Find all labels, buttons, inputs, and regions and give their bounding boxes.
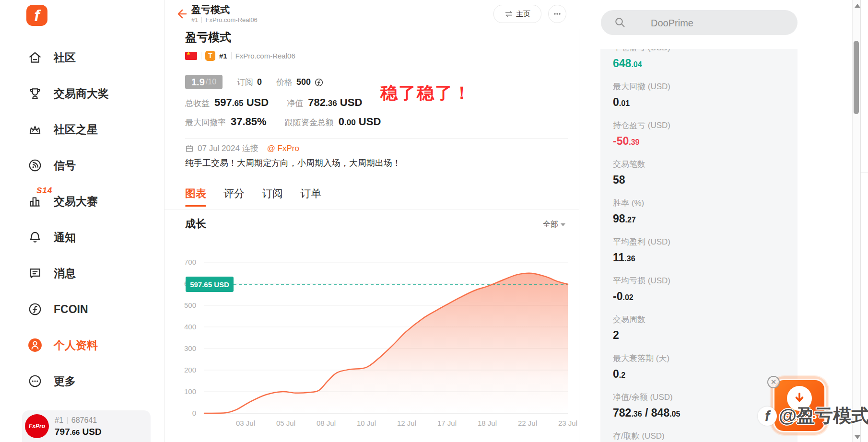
divider <box>860 173 868 173</box>
sidebar-item-label: 社区 <box>54 50 76 65</box>
sidebar-item-label: 交易大赛 <box>54 194 98 209</box>
more-options-button[interactable] <box>548 5 566 23</box>
tab-bar: 图表 评分 订阅 订单 <box>185 186 321 201</box>
close-icon[interactable]: ✕ <box>767 376 780 388</box>
profile-rank: #1 <box>219 52 227 60</box>
stat-label: 平均盈利 (USD) <box>613 237 785 247</box>
back-button[interactable] <box>174 7 188 21</box>
scrollbar-down-arrow[interactable] <box>855 435 860 439</box>
watermark-handle: @盈亏模式 <box>779 404 868 428</box>
stat-label: 交易周数 <box>613 315 785 325</box>
sidebar-item-signals[interactable]: 信号 <box>0 157 164 174</box>
main-panel: 盈亏模式 #1 FxPro.com-Real06 主页 盈亏模式 ★ T #1 … <box>164 0 579 442</box>
watermark: f @盈亏模式 <box>758 404 868 428</box>
sidebar-item-community-stars[interactable]: 社区之星 <box>0 121 164 138</box>
tab-rating[interactable]: 评分 <box>223 186 245 201</box>
divider <box>201 17 202 23</box>
stat-value: 2 <box>613 327 785 344</box>
user-rank: #1 <box>55 416 63 425</box>
tab-orders[interactable]: 订单 <box>300 186 321 201</box>
stat-label: 平仓盈亏 (USD) <box>613 49 785 53</box>
stat-row: 交易笔数 58 <box>613 160 785 189</box>
svg-text:08 Jul: 08 Jul <box>317 419 336 427</box>
sidebar-item-trading-contest[interactable]: 交易大赛 <box>0 193 164 209</box>
profile-bio: 纯手工交易！大周期定方向，小周期入场，大周期出场！ <box>185 157 401 169</box>
svg-text:03 Jul: 03 Jul <box>236 419 255 427</box>
total-profit-value: 597.65 USD <box>214 96 269 109</box>
user-rank-id: #1 687641 <box>55 416 97 425</box>
svg-text:400: 400 <box>184 323 196 331</box>
growth-area-chart[interactable]: 700600500400300200100003 Jul05 Jul08 Jul… <box>164 240 580 442</box>
tab-subscription[interactable]: 订阅 <box>262 186 283 201</box>
sidebar: f 社区 交易商大奖 社区之星 信号 <box>0 0 164 442</box>
current-user-card[interactable]: FxPro #1 687641 797.66 USD <box>22 410 151 442</box>
growth-section-title: 成长 <box>185 217 206 231</box>
stat-label: 最大衰落期 (天) <box>613 354 785 363</box>
search-box[interactable] <box>601 10 798 35</box>
svg-text:200: 200 <box>184 366 196 374</box>
divider <box>164 209 580 209</box>
tab-chart[interactable]: 图表 <box>185 186 206 201</box>
divider <box>201 52 201 59</box>
stat-row: 持仓盈亏 (USD) -50.39 <box>613 121 785 150</box>
stat-row: 最大衰落期 (天) 0.2 <box>613 354 785 383</box>
sidebar-item-broker-awards[interactable]: 交易商大奖 <box>0 85 164 102</box>
sidebar-item-profile[interactable]: 个人资料 <box>0 337 164 353</box>
trophy-icon <box>28 86 42 101</box>
follow-funds-label: 跟随资金总额 <box>285 117 334 128</box>
sidebar-item-notifications[interactable]: 通知 <box>0 229 164 245</box>
profile-name: 盈亏模式 <box>185 30 231 45</box>
drawdown-follow-row: 最大回撤率 37.85% 跟随资金总额 0.00 USD <box>185 116 381 128</box>
sidebar-item-community[interactable]: 社区 <box>0 49 164 66</box>
signal-icon <box>28 158 42 173</box>
header-subtitle: #1 FxPro.com-Real06 <box>191 16 258 23</box>
sidebar-item-more[interactable]: 更多 <box>0 373 164 389</box>
score-badge: 1.9/10 <box>185 75 223 89</box>
fcoin-icon <box>28 302 42 316</box>
more-icon <box>28 374 42 388</box>
active-tab-underline <box>185 205 206 207</box>
message-icon <box>28 266 42 280</box>
stat-label: 持仓盈亏 (USD) <box>613 121 785 130</box>
search-icon <box>614 17 626 28</box>
profile-icon <box>28 338 42 352</box>
go-home-button[interactable]: 主页 <box>493 5 541 23</box>
window-edge-strip <box>860 0 868 442</box>
scrollbar-thumb[interactable] <box>854 41 859 114</box>
sidebar-item-fcoin[interactable]: FCOIN <box>0 301 164 317</box>
search-input[interactable] <box>650 10 786 36</box>
equity-value: 782.36 USD <box>308 96 362 109</box>
sidebar-item-messages[interactable]: 消息 <box>0 265 164 281</box>
svg-text:17 Jul: 17 Jul <box>437 419 457 427</box>
stat-value: 0.01 <box>613 94 785 111</box>
divider <box>231 52 232 59</box>
subscribe-value: 0 <box>257 77 262 87</box>
sidebar-item-label: 交易商大奖 <box>54 86 109 101</box>
stat-row: 平均盈利 (USD) 11.36 <box>613 237 785 267</box>
svg-text:300: 300 <box>184 344 196 352</box>
price-value: 500 <box>296 77 311 87</box>
svg-text:18 Jul: 18 Jul <box>478 419 497 427</box>
svg-text:700: 700 <box>184 258 196 266</box>
svg-text:100: 100 <box>184 387 196 395</box>
profile-meta-row: ★ T #1 FxPro.com-Real06 <box>185 50 295 61</box>
bell-icon <box>28 230 42 244</box>
sidebar-item-label: 信号 <box>54 158 76 173</box>
calendar-icon <box>185 144 194 153</box>
stat-value: 11.36 <box>613 250 785 267</box>
divider <box>185 138 568 139</box>
stat-row: 平仓盈亏 (USD) 648.04 <box>613 49 785 72</box>
followme-logo-icon[interactable]: f <box>26 5 47 26</box>
stat-row: 交易周数 2 <box>613 315 785 344</box>
scrollbar-up-arrow[interactable] <box>855 4 860 8</box>
user-id: 687641 <box>71 416 97 425</box>
broker-link[interactable]: @ FxPro <box>267 144 299 153</box>
svg-text:12 Jul: 12 Jul <box>397 419 416 427</box>
stat-row: 胜率 (%) 98.27 <box>613 198 785 228</box>
chart-range-filter[interactable]: 全部 <box>543 220 565 230</box>
right-panel: 平仓盈亏 (USD) 648.04 最大回撤 (USD) 0.01 持仓盈亏 (… <box>579 0 868 442</box>
crown-icon <box>28 122 42 137</box>
svg-text:0: 0 <box>192 409 196 417</box>
stat-row: 最大回撤 (USD) 0.01 <box>613 82 785 111</box>
page-header: 盈亏模式 #1 FxPro.com-Real06 主页 <box>164 0 580 29</box>
